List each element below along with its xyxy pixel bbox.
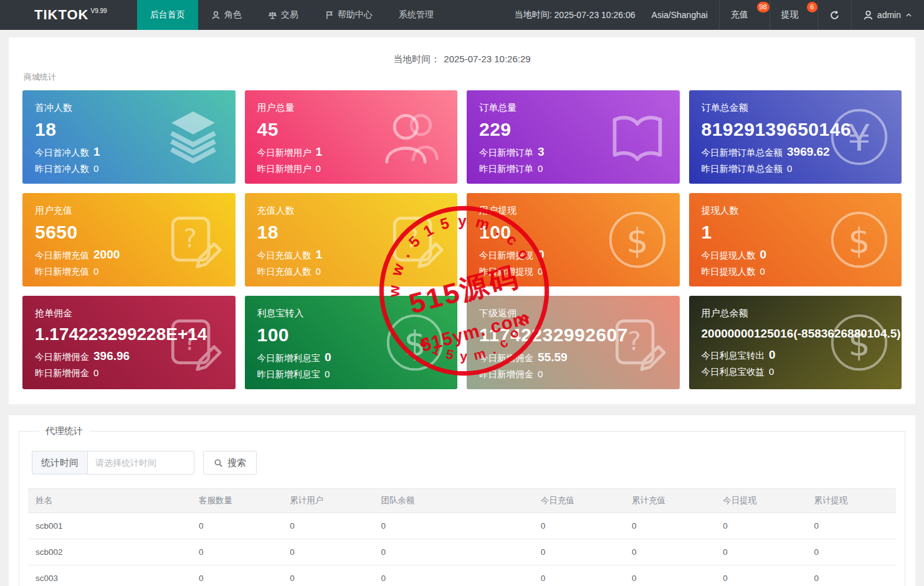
col-total-recharge: 累计充值	[624, 489, 715, 513]
stat-card-order-commission: 抢单佣金 1.174223299228E+14 今日新增佣金396.96 昨日新…	[22, 296, 236, 389]
stat-card-total-orders: 订单总量 229 今日新增订单3 昨日新增订单0	[467, 90, 680, 184]
table-row: sc003 0 0 0 0 0 0 0	[28, 565, 896, 586]
stat-card-user-withdraw: 用户提现 100 今日新增提现0 昨日新增提现0	[467, 193, 680, 286]
cell-value: 0	[624, 565, 715, 586]
card-today-value: 1	[93, 145, 100, 159]
card-today-label: 今日新增用户	[257, 147, 312, 159]
nav-item-home[interactable]: 后台首页	[137, 0, 198, 30]
card-today-label: 今日新增充值	[35, 250, 89, 262]
cell-value: 0	[624, 513, 715, 539]
cell-value: 0	[806, 565, 896, 586]
book-open-icon	[607, 107, 667, 167]
stat-cards-grid: 首冲人数 18 今日首冲人数1 昨日首冲人数0 用户总量 45 今日新增用户1 …	[9, 90, 915, 389]
local-time-value: 2025-07-23 10:26:06	[555, 10, 636, 20]
search-button[interactable]: 搜索	[203, 451, 257, 475]
nav-item-label: 系统管理	[399, 9, 434, 21]
card-yesterday-value: 0	[538, 266, 543, 276]
card-today-label: 今日充值人数	[257, 250, 312, 262]
refresh-button[interactable]	[817, 0, 851, 30]
stat-card-user-recharge: 用户充值 5650 今日新增充值2000 昨日新增充值0	[22, 193, 236, 286]
page-local-time: 当地时间：2025-07-23 10:26:29	[9, 49, 915, 72]
navbar-local-time: 当地时间: 2025-07-23 10:26:06	[503, 0, 641, 30]
app-logo: TIKTOK V9.99	[0, 0, 137, 30]
dollar-circle-icon	[607, 210, 667, 270]
person-icon	[211, 11, 221, 20]
local-time-label: 当地时间:	[515, 9, 552, 21]
col-today-recharge: 今日充值	[533, 489, 624, 513]
card-today-value: 1	[316, 248, 323, 262]
withdraw-button[interactable]: 提现 6	[769, 0, 817, 30]
cell-value: 0	[806, 513, 896, 539]
dollar-circle-icon	[829, 210, 889, 270]
card-yesterday-label: 昨日新增佣金	[479, 369, 533, 380]
card-today-label: 今日利息宝转出	[702, 350, 765, 362]
card-yesterday-value: 0	[538, 163, 543, 174]
card-today-value: 55.59	[538, 351, 568, 364]
stat-card-total-users: 用户总量 45 今日新增用户1 昨日新增用户0	[245, 90, 458, 184]
table-row: scb001 0 0 0 0 0 0 0	[28, 513, 896, 539]
cell-value: 0	[806, 539, 896, 565]
cell-value: 0	[282, 565, 373, 586]
col-team-balance: 团队余额	[373, 489, 533, 513]
card-yesterday-value: 0	[769, 366, 774, 377]
card-today-label: 今日新增订单	[479, 147, 533, 159]
nav-item-label: 交易	[281, 9, 298, 21]
card-yesterday-value: 0	[93, 367, 98, 378]
cell-value: 0	[715, 513, 806, 539]
stat-time-input[interactable]	[87, 451, 194, 475]
nav-item-trade[interactable]: 交易	[255, 0, 312, 30]
card-yesterday-label: 昨日充值人数	[257, 266, 312, 278]
table-row: scb002 0 0 0 0 0 0 0	[28, 539, 896, 565]
card-yesterday-label: 昨日首冲人数	[35, 163, 89, 175]
agent-stats-title: 代理统计	[39, 425, 89, 437]
stat-card-sub-rebate: 下级返佣 11742232992607 今日新增佣金55.59 昨日新增佣金0	[467, 296, 680, 389]
card-yesterday-value: 0	[93, 266, 98, 276]
col-total-withdraw: 累计提现	[806, 489, 896, 513]
cell-value: 0	[373, 565, 533, 586]
edit-note-icon	[163, 210, 223, 270]
cell-value: 0	[282, 513, 373, 539]
users-icon	[379, 107, 445, 167]
stat-card-total-order-amount: 订单总金额 81929139650146 今日新增订单总金额3969.62 昨日…	[689, 90, 902, 184]
nav-item-label: 后台首页	[150, 9, 185, 21]
card-yesterday-value: 0	[316, 266, 321, 276]
stat-card-first-charge-users: 首冲人数 18 今日首冲人数1 昨日首冲人数0	[22, 90, 236, 184]
page-time-label: 当地时间：	[393, 54, 440, 64]
agent-stats-fieldset: 代理统计 统计时间 搜索 姓名 客服数量 累计用户 团队余额	[19, 425, 905, 586]
stat-card-interest-transfer-in: 利息宝转入 100 今日新增利息宝0 昨日新增利息宝0	[245, 296, 458, 389]
card-yesterday-label: 昨日提现人数	[702, 266, 756, 278]
layers-icon	[163, 107, 223, 167]
card-today-label: 今日新增订单总金额	[702, 147, 783, 159]
card-today-value: 3969.62	[787, 145, 830, 159]
nav-item-roles[interactable]: 角色	[198, 0, 255, 30]
card-today-value: 1	[316, 145, 323, 159]
edit-note-icon	[163, 313, 223, 372]
dollar-circle-icon	[829, 313, 889, 372]
cell-value: 0	[373, 513, 533, 539]
card-today-value: 396.96	[93, 349, 130, 363]
col-service-count: 客服数量	[191, 489, 282, 513]
refresh-icon	[829, 10, 840, 21]
cell-name: scb001	[28, 513, 191, 539]
recharge-button[interactable]: 充值 98	[719, 0, 769, 30]
card-yesterday-label: 昨日新增提现	[479, 266, 533, 278]
card-yesterday-label: 昨日新增订单总金额	[702, 163, 783, 175]
card-yesterday-value: 0	[325, 369, 330, 379]
card-today-value: 0	[760, 248, 767, 262]
cell-value: 0	[624, 539, 715, 565]
cell-value: 0	[373, 539, 533, 565]
search-button-label: 搜索	[227, 457, 246, 469]
card-today-label: 今日提现人数	[702, 250, 756, 262]
card-today-value: 0	[769, 348, 776, 362]
agent-table: 姓名 客服数量 累计用户 团队余额 今日充值 累计充值 今日提现 累计提现 sc…	[28, 488, 896, 586]
user-menu[interactable]: admin	[851, 0, 924, 30]
card-yesterday-value: 0	[538, 369, 543, 379]
card-today-label: 今日新增佣金	[35, 351, 89, 363]
cell-value: 0	[191, 539, 282, 565]
scales-icon	[268, 11, 277, 20]
cell-value: 0	[715, 565, 806, 586]
nav-item-system-management[interactable]: 系统管理	[386, 0, 447, 30]
nav-item-help-center[interactable]: 帮助中心	[312, 0, 386, 30]
yen-circle-icon	[829, 107, 889, 167]
card-yesterday-label: 今日利息宝收益	[702, 366, 765, 378]
